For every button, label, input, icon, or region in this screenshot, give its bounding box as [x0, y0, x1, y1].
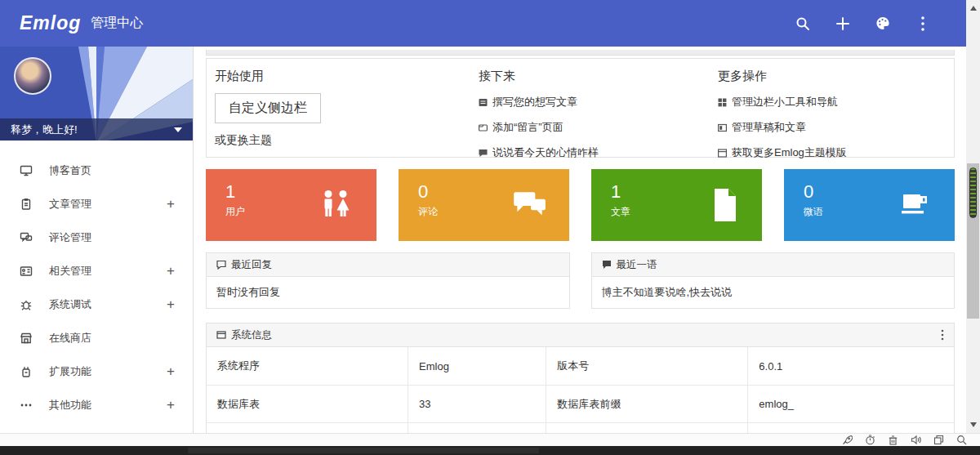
link-label: 撰写您的想写文章: [492, 95, 577, 109]
section-title: 接下来: [479, 69, 710, 84]
edit-icon: [479, 98, 488, 107]
rocket-icon[interactable]: [842, 435, 853, 445]
stat-cards: 1 用户 0 评论 1 文章 0: [206, 169, 955, 241]
customize-sidebar-button[interactable]: 自定义侧边栏: [215, 93, 321, 123]
idcard-icon: [20, 265, 33, 278]
clipboard-icon: [20, 198, 33, 211]
more-vertical-icon[interactable]: [915, 16, 930, 31]
taskbar-segment: [188, 448, 539, 453]
sidebar-menu: 博客首页 文章管理 + 评论管理 相关管理 + 系统调试 +: [0, 141, 193, 422]
magnifier-icon[interactable]: [956, 435, 967, 445]
sidebar-item-extensions[interactable]: 扩展功能 +: [0, 355, 193, 388]
table-row: 系统程序 Emlog 版本号 6.0.1: [207, 347, 954, 385]
palette-icon[interactable]: [875, 16, 890, 31]
post-mood-link[interactable]: 说说看今天的心情咋样: [479, 145, 710, 160]
panel-menu-icon[interactable]: [941, 329, 944, 341]
cup-icon: [896, 189, 933, 221]
expand-plus[interactable]: +: [167, 263, 175, 279]
panel-header: 最近一语: [592, 253, 955, 277]
sidebar-item-label: 评论管理: [49, 230, 91, 245]
sidebar-item-label: 在线商店: [49, 331, 91, 346]
sidebar-item-other[interactable]: 其他功能 +: [0, 388, 193, 422]
chevron-down-icon[interactable]: [174, 127, 182, 132]
trash-icon[interactable]: [888, 435, 898, 445]
search-icon[interactable]: [795, 16, 810, 31]
stat-card-notes[interactable]: 0 微语: [784, 169, 955, 241]
chat-filled-icon: [602, 260, 612, 270]
expand-plus[interactable]: +: [167, 196, 175, 212]
main-content: 开始使用 自定义侧边栏 或更换主题 接下来 撰写您的想写文章 添加“留言”页面 …: [194, 47, 966, 433]
add-message-page-link[interactable]: 添加“留言”页面: [479, 120, 710, 135]
sidebar-item-label: 系统调试: [49, 297, 91, 312]
scrollbar[interactable]: [966, 0, 980, 433]
table-row: 数据库表 33 数据库表前缀 emlog_: [207, 385, 954, 422]
panel-body: 博主不知道要说啥,快去说说: [592, 277, 955, 308]
store-icon: [20, 332, 33, 345]
user-avatar[interactable]: [14, 57, 51, 95]
sidebar-hero-banner: 释梦，晚上好!: [0, 47, 193, 141]
bottom-taskbar: [0, 446, 980, 455]
emlog-logo: Emlog: [20, 12, 81, 34]
recent-replies-panel: 最近回复 暂时没有回复: [206, 252, 570, 309]
sidebar-item-articles[interactable]: 文章管理 +: [0, 187, 193, 221]
welcome-next-column: 接下来 撰写您的想写文章 添加“留言”页面 说说看今天的心情咋样: [479, 69, 718, 147]
expand-plus[interactable]: +: [167, 297, 175, 313]
expand-plus[interactable]: +: [167, 397, 175, 413]
stat-card-users[interactable]: 1 用户: [206, 169, 376, 241]
topbar: Emlog 管理中心: [0, 0, 966, 47]
stat-card-articles[interactable]: 1 文章: [591, 169, 762, 241]
manage-widgets-link[interactable]: 管理边栏小工具和导航: [718, 95, 938, 109]
page: Emlog 管理中心: [0, 0, 980, 455]
change-theme-link[interactable]: 或更换主题: [215, 133, 470, 148]
card-icon: [718, 123, 727, 132]
scrolled-panel-sliver: [206, 50, 955, 56]
article-icon: [710, 187, 741, 223]
sys-key: 版本号: [546, 347, 748, 385]
panel-title: 最近一语: [617, 258, 657, 272]
sys-key: 服务器端口: [546, 423, 748, 433]
expand-plus[interactable]: +: [167, 364, 175, 380]
grid-icon: [718, 98, 727, 107]
sidebar-item-debug[interactable]: 系统调试 +: [0, 288, 193, 321]
sidebar-item-blog-home[interactable]: 博客首页: [0, 154, 193, 187]
plugin-icon: [20, 365, 33, 378]
greeting-bar: 释梦，晚上好!: [0, 118, 193, 141]
get-themes-link[interactable]: 获取更多Emlog主题模版: [718, 145, 938, 160]
sys-key: 数据库表: [207, 386, 408, 422]
scroll-marker: [969, 167, 977, 218]
page-icon: [479, 123, 488, 132]
sys-value: 80: [748, 423, 954, 433]
speaker-icon[interactable]: [911, 435, 921, 445]
scroll-up-arrow-icon[interactable]: [966, 2, 980, 15]
sys-value: Windows NT: [408, 423, 546, 433]
users-icon: [318, 189, 355, 221]
sidebar-item-label: 其他功能: [49, 398, 91, 413]
sidebar-item-comments[interactable]: 评论管理: [0, 221, 193, 254]
panel-header: 系统信息: [207, 323, 954, 347]
sys-value: emlog_: [748, 386, 954, 422]
manage-drafts-link[interactable]: 管理草稿和文章: [718, 120, 938, 135]
timer-icon[interactable]: [865, 435, 875, 445]
scroll-down-arrow-icon[interactable]: [966, 418, 980, 431]
topbar-actions: [795, 16, 930, 31]
windows-icon[interactable]: [933, 435, 944, 445]
add-icon[interactable]: [835, 16, 850, 31]
welcome-more-column: 更多操作 管理边栏小工具和导航 管理草稿和文章 获取更多Emlog主题模版: [718, 69, 946, 147]
topbar-title: 管理中心: [91, 15, 143, 32]
section-title: 更多操作: [718, 69, 938, 84]
sidebar-item-label: 博客首页: [49, 163, 91, 178]
stat-card-comments[interactable]: 0 评论: [399, 169, 569, 241]
link-label: 管理边栏小工具和导航: [732, 95, 838, 109]
greeting-text: 释梦，晚上好!: [11, 123, 78, 137]
sidebar-item-store[interactable]: 在线商店: [0, 321, 193, 355]
ellipsis-icon: [20, 399, 33, 412]
sys-key: 服务器操作系统: [207, 423, 408, 433]
system-info-panel: 系统信息 系统程序 Emlog 版本号 6.0.1 数据库表 33 数据库表前缀…: [206, 323, 955, 433]
link-label: 添加“留言”页面: [492, 120, 564, 135]
write-article-link[interactable]: 撰写您的想写文章: [479, 95, 710, 109]
link-label: 说说看今天的心情咋样: [492, 145, 599, 160]
panel-body: 暂时没有回复: [207, 277, 569, 308]
sidebar-item-related[interactable]: 相关管理 +: [0, 254, 193, 288]
panel-header: 最近回复: [207, 253, 569, 277]
sys-key: 系统程序: [207, 347, 408, 385]
